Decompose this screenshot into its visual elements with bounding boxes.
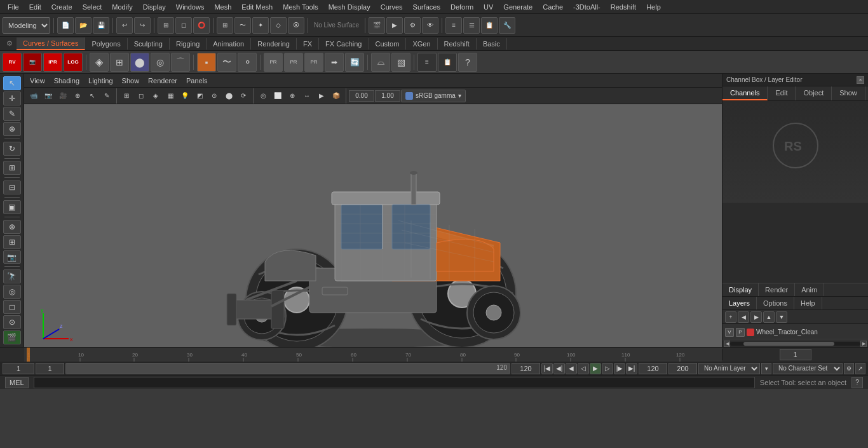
rotate-tool-btn[interactable]: ↻	[3, 142, 21, 156]
shelf-icon-refresh[interactable]: 🔄	[345, 53, 364, 72]
menu-redshift[interactable]: Redshift	[606, 2, 641, 12]
show-scene-btn[interactable]: 🔭	[3, 269, 21, 283]
attr-editor-btn[interactable]: 📋	[481, 17, 498, 34]
scrollbar-thumb[interactable]	[743, 342, 835, 346]
menu-cache[interactable]: Cache	[538, 2, 568, 12]
layer-arrow-right[interactable]: ▶	[750, 311, 762, 323]
isolate-btn[interactable]: ⊙	[3, 315, 21, 329]
step-fwd-btn[interactable]: ▷	[602, 363, 613, 374]
shelf-tab-animation[interactable]: Animation	[207, 38, 251, 50]
vp-icon-cam3[interactable]: 🎥	[56, 89, 70, 103]
timeline-range-bar[interactable]: 120	[65, 363, 510, 374]
menu-mesh-tools[interactable]: Mesh Tools	[278, 2, 323, 12]
shelf-icon-ring[interactable]: ◎	[151, 53, 170, 72]
menu-edit-mesh[interactable]: Edit Mesh	[236, 2, 278, 12]
anim-btn[interactable]: 🎬	[3, 330, 21, 344]
snap-curve-btn[interactable]: 〜	[234, 17, 251, 34]
vp-icon-texture[interactable]: ▦	[163, 89, 177, 103]
shelf-icon-pr2[interactable]: PR	[284, 53, 303, 72]
le-subtab-help[interactable]: Help	[794, 297, 822, 309]
shelf-tab-fx-caching[interactable]: FX Caching	[319, 38, 369, 50]
shelf-icon-bowl[interactable]: ⌓	[371, 53, 390, 72]
menu-select[interactable]: Select	[78, 2, 107, 12]
menu-create[interactable]: Create	[46, 2, 78, 12]
shelf-tab-fx[interactable]: FX	[297, 38, 319, 50]
shelf-icon-cube-orange[interactable]: ▪	[197, 53, 216, 72]
select-all-btn[interactable]: ◻	[175, 17, 192, 34]
cb-tab-edit[interactable]: Edit	[768, 86, 796, 100]
range-end-field[interactable]	[512, 363, 540, 374]
le-subtab-layers[interactable]: Layers	[722, 297, 757, 309]
menu-display[interactable]: Display	[138, 2, 171, 12]
layer-arrow-down[interactable]: ▼	[776, 311, 787, 323]
mel-label[interactable]: MEL	[5, 377, 29, 388]
vp-menu-show[interactable]: Show	[119, 76, 143, 86]
snap-grid-btn[interactable]: ⊞	[217, 17, 233, 34]
scale-tool-btn[interactable]: ⊞	[3, 161, 21, 175]
vp-menu-shading[interactable]: Shading	[51, 76, 83, 86]
vp-icon-cam2[interactable]: 📷	[41, 89, 55, 103]
vp-icon-cache[interactable]: 📦	[329, 89, 343, 103]
ipr-btn[interactable]: ▶	[386, 17, 403, 34]
vp-icon-lights[interactable]: 💡	[178, 89, 192, 103]
scroll-right-arrow[interactable]: ▶	[860, 341, 867, 347]
camera-near-field[interactable]	[349, 90, 374, 102]
le-tab-render[interactable]: Render	[759, 283, 795, 296]
menu-deform[interactable]: Deform	[445, 2, 478, 12]
char-set-btn1[interactable]: ⚙	[844, 363, 854, 374]
frames-ruler[interactable]: 1 10 20 30 40 50	[24, 348, 722, 362]
snap-live-btn[interactable]: ⦿	[288, 17, 304, 34]
shelf-icon-circle[interactable]: ⚬	[238, 53, 257, 72]
le-tab-anim[interactable]: Anim	[795, 283, 824, 296]
undo-btn[interactable]: ↩	[116, 17, 133, 34]
vp-icon-smooth[interactable]: ◈	[149, 89, 163, 103]
vp-icon-aa[interactable]: ⬤	[222, 89, 236, 103]
shelf-icon-cam[interactable]: 📷	[23, 53, 42, 72]
layer-v-btn[interactable]: V	[725, 328, 734, 337]
shelf-tab-sculpting[interactable]: Sculpting	[128, 38, 170, 50]
lasso-btn[interactable]: ⭕	[193, 17, 210, 34]
play-back-btn[interactable]: ◁	[578, 363, 589, 374]
region-sel-btn[interactable]: ▣	[3, 200, 21, 214]
workspace-dropdown[interactable]: Modeling	[3, 17, 50, 34]
vp-icon-sel[interactable]: ↖	[85, 89, 99, 103]
channel-box-btn[interactable]: ☰	[463, 17, 480, 34]
shelf-tab-xgen[interactable]: XGen	[406, 38, 437, 50]
menu-mesh[interactable]: Mesh	[209, 2, 236, 12]
char-set-select[interactable]: No Character Set	[773, 363, 843, 374]
shelf-icon-ipr[interactable]: IPR	[43, 53, 62, 72]
current-frame-field[interactable]	[780, 349, 811, 360]
next-key-btn[interactable]: |▶	[614, 363, 625, 374]
vp-icon-playback[interactable]: ▶	[315, 89, 329, 103]
vp-menu-view[interactable]: View	[27, 76, 48, 86]
menu-help[interactable]: Help	[641, 2, 666, 12]
select-by-hierarchy-btn[interactable]: ⊞	[158, 17, 174, 34]
shelf-icon-wave[interactable]: 〜	[217, 53, 236, 72]
viewport-3d[interactable]: x y z persp	[24, 104, 722, 347]
vp-icon-wireframe[interactable]: ◻	[134, 89, 148, 103]
menu-3dtoa[interactable]: -3DtoAll-	[568, 2, 606, 12]
open-scene-btn[interactable]: 📂	[75, 17, 92, 34]
vp-icon-deformer[interactable]: ↔	[300, 89, 314, 103]
xray-btn[interactable]: ◎	[3, 285, 21, 299]
go-end-btn[interactable]: ▶|	[626, 363, 637, 374]
camera-btn[interactable]: 📷	[3, 250, 21, 264]
wireframe-btn[interactable]: ◻	[3, 300, 21, 314]
layer-p-btn[interactable]: P	[736, 328, 745, 337]
move-tool-btn[interactable]: ✛	[3, 92, 21, 105]
shelf-icon-grid[interactable]: ⊞	[110, 53, 129, 72]
redo-btn[interactable]: ↪	[134, 17, 151, 34]
anim-layer-btn[interactable]: ▾	[761, 363, 771, 374]
scroll-left-arrow[interactable]: ◀	[724, 341, 730, 347]
vp-icon-xray[interactable]: ⬜	[271, 89, 285, 103]
shelf-icon-sphere[interactable]: ⬤	[130, 53, 149, 72]
shelf-icon-render2[interactable]: ▧	[391, 53, 410, 72]
tool-settings-btn[interactable]: 🔧	[499, 17, 515, 34]
menu-edit[interactable]: Edit	[24, 2, 46, 12]
start-frame-field[interactable]	[3, 363, 34, 374]
shelf-tab-rigging[interactable]: Rigging	[170, 38, 207, 50]
menu-uv[interactable]: UV	[478, 2, 498, 12]
menu-surfaces[interactable]: Surfaces	[408, 2, 445, 12]
shelf-icon-bump[interactable]: ⌒	[171, 53, 190, 72]
soft-select-btn[interactable]: ⊟	[3, 180, 21, 194]
